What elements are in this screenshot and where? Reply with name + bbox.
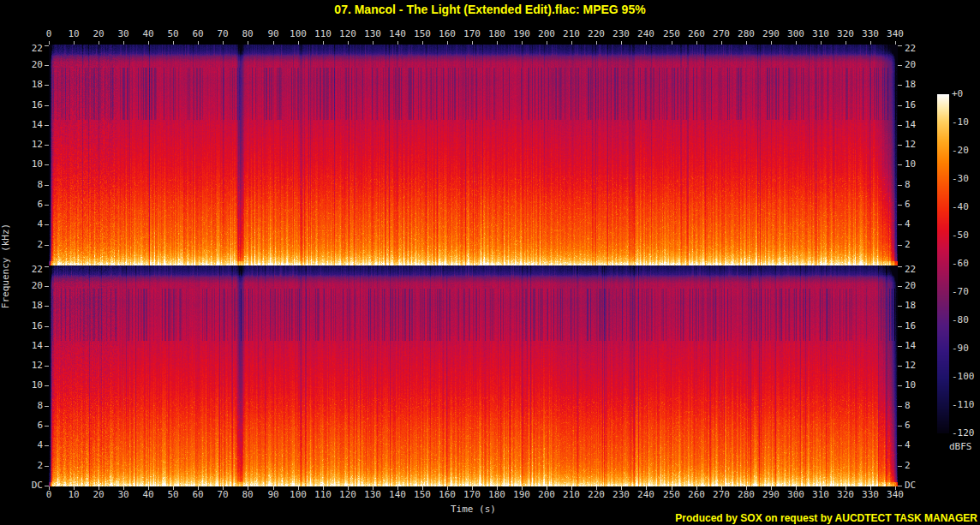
time-tick-label: 180 (488, 29, 505, 39)
tick-mark (373, 486, 373, 490)
tick-mark (898, 286, 902, 287)
freq-tick-label: 10 (12, 380, 43, 391)
tick-mark (45, 326, 49, 327)
tick-mark (571, 41, 572, 45)
freq-tick-label: 10 (905, 380, 916, 391)
freq-tick-label: 20 (905, 281, 916, 291)
tick-mark (646, 41, 647, 45)
tick-mark (898, 426, 902, 427)
time-tick-label: 120 (339, 29, 356, 39)
freq-tick-label: 22 (12, 265, 43, 275)
freq-tick-label: 4 (905, 219, 911, 230)
time-tick-label: 70 (217, 29, 228, 39)
tick-mark (796, 41, 797, 45)
tick-mark (522, 41, 523, 45)
tick-mark (45, 426, 49, 427)
tick-mark (173, 41, 174, 45)
tick-mark (45, 164, 49, 165)
time-tick-label: 240 (637, 29, 654, 39)
tick-mark (898, 306, 902, 307)
time-tick-label: 320 (837, 490, 854, 500)
tick-mark (646, 486, 647, 490)
tick-mark (898, 366, 902, 367)
time-tick-label: 150 (414, 490, 431, 500)
tick-mark (898, 385, 902, 386)
tick-mark (672, 41, 672, 45)
freq-tick-label: 4 (905, 440, 911, 450)
freq-tick-label: 18 (905, 80, 916, 90)
tick-mark (45, 105, 49, 106)
time-tick-label: 100 (290, 490, 307, 500)
time-tick-label: 10 (68, 29, 79, 39)
tick-mark (796, 486, 797, 490)
tick-mark (898, 266, 902, 267)
freq-tick-label: 2 (905, 461, 911, 471)
page-title: 07. Mancol - The Light (Extended Edit).f… (0, 3, 980, 16)
time-tick-label: 290 (762, 29, 780, 39)
tick-mark (497, 486, 498, 490)
tick-mark (323, 41, 324, 45)
tick-mark (45, 224, 49, 225)
time-tick-label: 120 (339, 490, 356, 500)
time-tick-label: 220 (588, 490, 605, 500)
time-tick-label: 140 (389, 29, 406, 39)
time-tick-label: 80 (242, 490, 253, 500)
time-tick-label: 140 (389, 490, 406, 500)
tick-mark (45, 385, 49, 386)
tick-mark (223, 41, 224, 45)
spectrogram-canvas (49, 45, 898, 486)
freq-tick-label: 6 (905, 421, 911, 431)
time-tick-label: 110 (314, 490, 332, 500)
tick-mark (898, 105, 902, 106)
time-tick-label: 160 (439, 490, 456, 500)
time-tick-label: 110 (314, 29, 332, 39)
tick-mark (898, 445, 902, 446)
tick-mark (746, 41, 747, 45)
tick-mark (870, 41, 871, 45)
tick-mark (898, 85, 902, 86)
time-tick-label: 300 (787, 490, 804, 500)
tick-mark (621, 486, 622, 490)
freq-tick-label: 20 (905, 60, 916, 70)
tick-mark (898, 486, 902, 486)
tick-mark (298, 41, 299, 45)
tick-mark (895, 41, 896, 45)
freq-tick-label: 8 (905, 401, 911, 411)
tick-mark (45, 185, 49, 186)
tick-mark (898, 185, 902, 186)
freq-tick-label: 22 (12, 44, 43, 54)
tick-mark (846, 41, 846, 45)
freq-tick-label-dc: DC (905, 480, 916, 491)
time-tick-label: 130 (364, 29, 381, 39)
time-tick-label: 0 (46, 29, 52, 39)
time-tick-label: 250 (663, 29, 680, 39)
freq-tick-label: 16 (12, 100, 43, 110)
time-tick-label: 190 (513, 490, 530, 500)
tick-mark (99, 486, 99, 490)
freq-tick-label: 6 (12, 200, 43, 210)
tick-mark (898, 224, 902, 225)
time-tick-label: 230 (612, 490, 630, 500)
tick-mark (898, 45, 902, 46)
time-tick-label: 210 (563, 29, 580, 39)
colorbar-tick-label: -20 (952, 146, 969, 156)
time-tick-label: 60 (192, 490, 203, 500)
tick-mark (348, 486, 349, 490)
tick-mark (45, 125, 49, 126)
colorbar-tick-label: -70 (952, 287, 969, 297)
tick-mark (422, 41, 423, 45)
colorbar-tick-label: -80 (952, 315, 969, 325)
freq-tick-label: 16 (905, 100, 916, 110)
tick-mark (397, 41, 398, 45)
tick-mark (45, 85, 49, 86)
time-tick-label: 50 (167, 490, 178, 500)
time-tick-label: 230 (612, 29, 630, 39)
tick-mark (472, 41, 473, 45)
frequency-axis-label: Frequency (kHz) (0, 211, 11, 322)
freq-tick-label: 2 (12, 240, 43, 250)
tick-mark (447, 41, 448, 45)
time-tick-label: 310 (812, 29, 829, 39)
colorbar-tick-label: -100 (952, 372, 975, 382)
tick-mark (672, 486, 672, 490)
tick-mark (45, 65, 49, 66)
